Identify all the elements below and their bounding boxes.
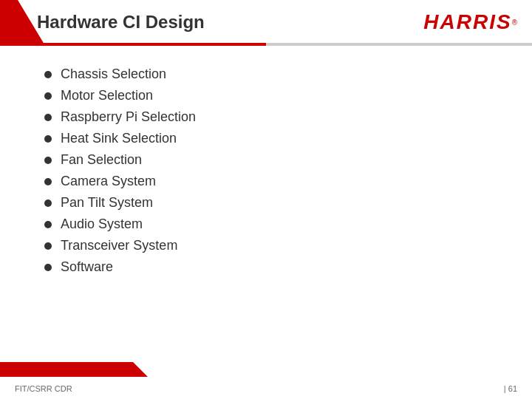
footer: FIT/CSRR CDR | 61: [0, 384, 532, 393]
list-item-text: Heat Sink Selection: [61, 131, 177, 146]
slide: Hardware CI Design HARRIS® Chassis Selec…: [0, 0, 532, 399]
slide-title: Hardware CI Design: [37, 12, 205, 33]
bullet-dot: [44, 264, 52, 271]
list-item-text: Pan Tilt System: [61, 195, 153, 211]
list-item: Fan Selection: [44, 152, 488, 168]
footer-left: FIT/CSRR CDR: [15, 384, 72, 393]
bullet-dot: [44, 221, 52, 228]
list-item-text: Transceiver System: [61, 238, 177, 253]
bullet-dot: [44, 157, 52, 164]
list-item: Motor Selection: [44, 88, 488, 103]
list-item-text: Fan Selection: [61, 152, 142, 168]
harris-logo: HARRIS: [423, 10, 511, 34]
list-item-text: Chassis Selection: [61, 66, 166, 82]
list-item-text: Motor Selection: [61, 88, 153, 103]
logo-area: HARRIS®: [423, 10, 517, 34]
list-item-text: Raspberry Pi Selection: [61, 109, 196, 125]
bullet-dot: [44, 135, 52, 143]
bullet-dot: [44, 92, 52, 100]
list-item-text: Camera System: [61, 174, 156, 189]
header: Hardware CI Design HARRIS®: [0, 0, 532, 44]
bullet-dot: [44, 242, 52, 250]
bullet-list: Chassis SelectionMotor SelectionRaspberr…: [44, 66, 488, 275]
list-item: Heat Sink Selection: [44, 131, 488, 146]
bullet-dot: [44, 178, 52, 185]
bullet-dot: [44, 114, 52, 121]
list-item-text: Audio System: [61, 216, 143, 232]
list-item: Software: [44, 259, 488, 275]
main-content: Chassis SelectionMotor SelectionRaspberr…: [0, 44, 532, 303]
list-item-text: Software: [61, 259, 113, 275]
list-item: Audio System: [44, 216, 488, 232]
list-item: Raspberry Pi Selection: [44, 109, 488, 125]
bullet-dot: [44, 200, 52, 207]
registered-mark: ®: [512, 18, 517, 27]
footer-right: | 61: [504, 384, 517, 393]
list-item: Pan Tilt System: [44, 195, 488, 211]
list-item: Camera System: [44, 174, 488, 189]
list-item: Chassis Selection: [44, 66, 488, 82]
list-item: Transceiver System: [44, 238, 488, 253]
bullet-dot: [44, 71, 52, 78]
bottom-accent: [0, 362, 148, 377]
